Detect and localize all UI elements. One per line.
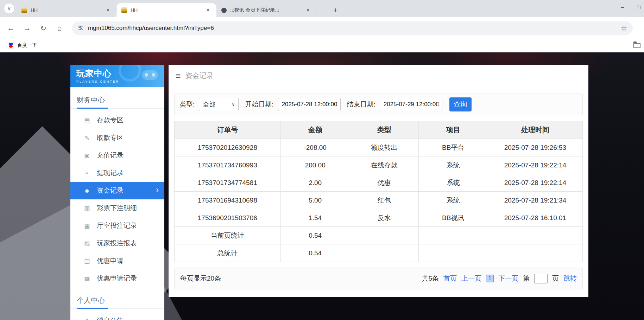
table-cell: 2025-07-28 19:22:14 xyxy=(488,156,582,174)
type-select[interactable]: 全部 ∨ xyxy=(199,98,239,111)
table-cell: 1.54 xyxy=(280,209,350,227)
sidebar-item-label: 玩家投注报表 xyxy=(97,239,137,248)
prev-page-link[interactable]: 上一页 xyxy=(461,274,481,283)
tab-title: :::视讯 会员下注纪录::: xyxy=(230,7,301,13)
sidebar-item-label: 资金记录 xyxy=(97,186,124,195)
bookmarks-bar: 百度一下 xyxy=(0,39,644,52)
tab-list: HH×HH×:::视讯 会员下注纪录:::× xyxy=(17,3,316,17)
column-header: 金额 xyxy=(280,121,350,139)
bookmark-baidu[interactable]: 百度一下 xyxy=(5,41,40,50)
table-cell: 1753702012630928 xyxy=(175,139,281,156)
table-cell: 200.00 xyxy=(280,156,350,174)
browser-tab[interactable]: HH× xyxy=(116,3,216,17)
table-cell xyxy=(350,227,418,244)
page-prefix-label: 第 xyxy=(523,274,530,283)
start-date-label: 开始日期: xyxy=(245,100,273,109)
address-bar[interactable]: mgm1065.com/hhcp/usercenter.html?iniType… xyxy=(72,21,633,35)
tab-close-icon[interactable]: × xyxy=(304,7,311,14)
bookmarks-folder-icon[interactable] xyxy=(633,43,640,48)
table-row: 当前页统计0.54 xyxy=(175,227,583,244)
url-text[interactable]: mgm1065.com/hhcp/usercenter.html?iniType… xyxy=(88,25,617,32)
sidebar-item-label: 优惠申请 xyxy=(97,256,124,265)
coin-icon: ¤ xyxy=(83,169,91,177)
first-page-link[interactable]: 首页 xyxy=(443,274,457,283)
sidebar-item-promo-apply[interactable]: ◫优惠申请 xyxy=(70,252,164,270)
next-page-link[interactable]: 下一页 xyxy=(498,274,518,283)
table-cell: 2.00 xyxy=(280,174,350,192)
tab-close-icon[interactable]: × xyxy=(105,7,112,14)
end-date-label: 结束日期: xyxy=(347,100,375,109)
table-cell: 1753701734760993 xyxy=(175,156,281,174)
browser-tab[interactable]: :::视讯 会员下注纪录:::× xyxy=(216,3,316,17)
maximize-button[interactable]: □ xyxy=(636,4,642,11)
table-cell: -208.00 xyxy=(280,139,350,156)
sidebar-item-label: 提现记录 xyxy=(97,168,124,178)
withdraw-pen-icon: ✎ xyxy=(83,134,91,142)
table-cell: 2025-07-28 19:22:14 xyxy=(488,174,582,192)
column-header: 订单号 xyxy=(175,121,281,139)
page-number-input[interactable] xyxy=(534,274,548,283)
sidebar-item-player-bet-report[interactable]: ▨玩家投注报表 xyxy=(70,235,164,252)
start-date-input[interactable] xyxy=(278,98,341,111)
home-button[interactable]: ⌂ xyxy=(53,21,66,35)
table-cell: 0.54 xyxy=(280,227,350,244)
table-row: 17536902015037061.54反水BB视讯2025-07-28 16:… xyxy=(175,209,583,227)
new-tab-button[interactable]: + xyxy=(330,5,340,15)
column-header: 项目 xyxy=(418,121,488,139)
table-cell: 系统 xyxy=(418,156,488,174)
site-globe-favicon xyxy=(221,8,227,13)
table-cell xyxy=(488,227,582,244)
minimize-button[interactable]: – xyxy=(619,4,626,11)
jump-link[interactable]: 跳转 xyxy=(563,274,577,283)
current-page-badge[interactable]: 1 xyxy=(486,275,494,282)
per-page-label: 每页显示20条 xyxy=(180,274,221,283)
table-cell: 2025-07-28 16:10:01 xyxy=(488,209,582,227)
type-select-value: 全部 xyxy=(203,100,215,109)
table-cell: BB视讯 xyxy=(418,209,488,227)
hamburger-icon: ≡ xyxy=(176,71,181,81)
main-header: ≡ 资金记录 xyxy=(169,65,588,87)
select-arrow-icon: ∨ xyxy=(232,102,235,107)
player-center-sidebar: 玩家中心 PLAYERS CENTER 财务中心▤存款专区✎取款专区◉充值记录¤… xyxy=(70,65,164,320)
table-cell: 1753701734774581 xyxy=(175,174,281,192)
sidebar-item-hall-bet-records[interactable]: ▦厅室投注记录 xyxy=(70,217,164,235)
sidebar-item-recharge-records[interactable]: ◉充值记录 xyxy=(70,147,164,164)
sidebar-item-lottery-bet-details[interactable]: ▥彩票下注明细 xyxy=(70,199,164,217)
table-cell xyxy=(350,244,418,262)
tab-strip: ∨ HH×HH×:::视讯 会员下注纪录:::× + – □ × xyxy=(0,0,644,17)
bookmark-star-icon[interactable]: ☆ xyxy=(621,24,627,32)
tab-close-icon[interactable]: × xyxy=(204,7,211,14)
table-cell: 1753690201503706 xyxy=(175,209,281,227)
sidebar-item-label: 消息公告 xyxy=(97,316,124,320)
window-controls: – □ × xyxy=(619,0,644,15)
sidebar-item-withdraw-zone[interactable]: ✎取款专区 xyxy=(70,129,164,147)
reload-button[interactable]: ↻ xyxy=(37,21,50,35)
bookmarks-divider xyxy=(629,42,629,49)
back-button[interactable]: ← xyxy=(4,21,18,35)
sidebar-item-message-announcements[interactable]: ♟消息公告 xyxy=(70,312,164,320)
page-title: 资金记录 xyxy=(185,71,214,81)
main-panel: ≡ 资金记录 类型: 全部 ∨ 开始日期: 结束日期: 查询 订单号金额类 xyxy=(169,65,588,297)
browser-toolbar: ← → ↻ ⌂ mgm1065.com/hhcp/usercenter.html… xyxy=(0,17,644,39)
column-header: 类型 xyxy=(350,121,418,139)
end-date-input[interactable] xyxy=(380,98,442,111)
page-suffix-label: 页 xyxy=(552,274,559,283)
tab-search-button[interactable]: ∨ xyxy=(4,4,14,13)
forward-button[interactable]: → xyxy=(20,21,34,35)
site-info-icon[interactable] xyxy=(77,25,84,31)
total-count: 共5条 xyxy=(422,274,439,283)
sidebar-item-fund-records[interactable]: ◈资金记录› xyxy=(70,182,164,199)
page-background: 玩家中心 PLAYERS CENTER 财务中心▤存款专区✎取款专区◉充值记录¤… xyxy=(0,52,644,320)
search-button[interactable]: 查询 xyxy=(449,97,472,111)
sidebar-item-promo-apply-records[interactable]: ▩优惠申请记录 xyxy=(70,270,164,287)
sidebar-item-label: 彩票下注明细 xyxy=(97,204,137,213)
browser-tab[interactable]: HH× xyxy=(17,3,116,17)
sidebar-item-label: 取款专区 xyxy=(97,133,124,142)
sidebar-item-deposit-zone[interactable]: ▤存款专区 xyxy=(70,111,164,129)
table-cell: 当前页统计 xyxy=(175,227,281,244)
deposit-card-icon: ▤ xyxy=(83,117,91,124)
table-cell: 反水 xyxy=(350,209,418,227)
hh-gold-favicon xyxy=(21,7,27,13)
table-cell: 系统 xyxy=(418,174,488,192)
sidebar-item-cashout-records[interactable]: ¤提现记录 xyxy=(70,164,164,182)
